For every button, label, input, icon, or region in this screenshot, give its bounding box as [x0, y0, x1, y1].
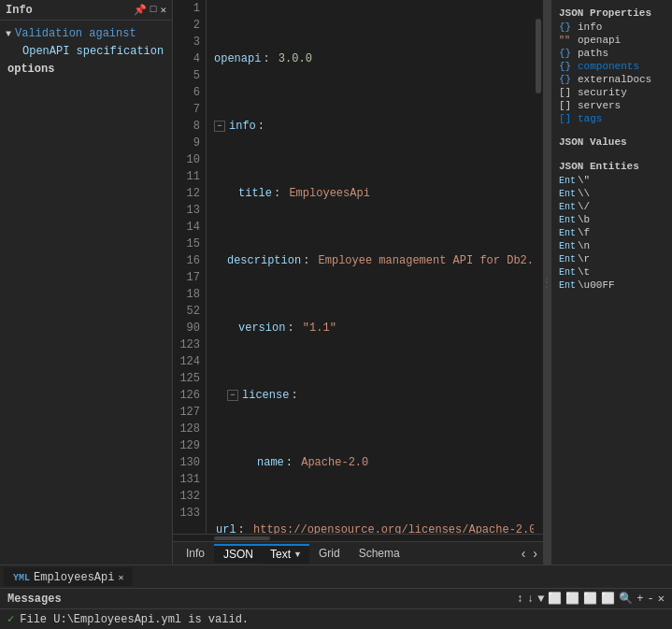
scrollbar-thumb[interactable] — [536, 19, 541, 93]
ent-n: \n — [578, 240, 590, 251]
line-num: 9 — [173, 135, 200, 151]
right-label-openapi: openapi — [578, 35, 621, 46]
right-icon-externaldocs: {} — [559, 74, 574, 85]
line-num: 90 — [173, 320, 200, 336]
file-tab-employees-api[interactable]: YML EmployeesApi ✕ — [4, 567, 133, 586]
clear-icon[interactable]: ✕ — [658, 592, 665, 606]
line-num: 12 — [173, 185, 200, 202]
tab-grid[interactable]: Grid — [309, 545, 350, 562]
right-item-security[interactable]: [] security — [551, 86, 672, 99]
code-token: openapi — [214, 50, 261, 67]
tab-info[interactable]: Info — [177, 545, 214, 562]
vertical-scrollbar[interactable] — [534, 0, 543, 534]
yml-badge: YML — [13, 573, 30, 583]
status-bar: ✓ File U:\EmployeesApi.yml is valid. — [0, 608, 672, 629]
right-entity-backslash[interactable]: Ent \\ — [551, 187, 672, 200]
tab-text[interactable]: Text ▼ — [263, 544, 309, 564]
line-num: 52 — [173, 303, 200, 320]
remove-icon[interactable]: - — [648, 593, 654, 606]
right-item-components[interactable]: {} components — [551, 60, 672, 73]
file-tab-close-icon[interactable]: ✕ — [118, 572, 123, 583]
status-check-icon: ✓ — [7, 612, 14, 626]
tab-text-chevron-icon: ▼ — [293, 550, 302, 559]
right-entity-t[interactable]: Ent \t — [551, 265, 672, 279]
right-label-components: components — [578, 61, 639, 72]
right-entity-r[interactable]: Ent \r — [551, 252, 672, 265]
fold-icon[interactable]: − — [214, 121, 225, 132]
link-icon[interactable]: ⬜ — [583, 592, 597, 606]
add-icon[interactable]: + — [636, 593, 643, 606]
ent-prefix-icon: Ent — [559, 176, 574, 186]
ent-unicode: \u00FF — [578, 279, 615, 291]
search-icon[interactable]: 🔍 — [619, 592, 633, 606]
expand-icon[interactable]: ▼ — [537, 593, 544, 606]
tab-text-label: Text — [270, 548, 291, 561]
right-entity-f[interactable]: Ent \f — [551, 226, 672, 239]
right-entity-slash[interactable]: Ent \/ — [551, 200, 672, 213]
right-item-tags[interactable]: [] tags — [551, 112, 672, 125]
line-num: 2 — [173, 17, 200, 34]
save-icon[interactable]: ⬜ — [565, 592, 579, 606]
right-label-tags: tags — [578, 113, 602, 124]
code-editor: 1 2 3 4 5 6 7 8 9 10 11 12 13 14 15 16 1… — [173, 0, 543, 565]
json-properties-title: JSON Properties — [551, 4, 672, 21]
tab-right-area: ‹ › — [520, 546, 539, 561]
left-panel-header: Info 📌 □ ✕ — [0, 0, 172, 21]
tab-schema[interactable]: Schema — [350, 545, 409, 562]
code-line-1: openapi: 3.0.0 — [214, 50, 534, 67]
ent-prefix-icon: Ent — [559, 241, 574, 251]
json-entities-title: JSON Entities — [551, 157, 672, 174]
right-icon-servers: [] — [559, 100, 574, 111]
right-item-openapi[interactable]: "" openapi — [551, 34, 672, 47]
tab-json[interactable]: JSON — [214, 544, 263, 563]
line-num: 16 — [173, 252, 200, 269]
validation-label: Validation against — [15, 27, 136, 40]
right-entity-quote[interactable]: Ent \" — [551, 174, 672, 187]
options-item[interactable]: options — [0, 60, 172, 79]
right-label-security: security — [578, 87, 627, 98]
collapse-all-icon[interactable]: ↕ — [517, 593, 523, 606]
messages-label: Messages — [7, 593, 62, 606]
line-num: 8 — [173, 118, 200, 135]
right-label-info: info — [578, 21, 602, 33]
right-item-paths[interactable]: {} paths — [551, 47, 672, 60]
ent-r: \r — [578, 253, 590, 264]
collapse-icon[interactable]: ↓ — [527, 593, 534, 606]
right-item-info[interactable]: {} info — [551, 21, 672, 34]
ent-prefix-icon: Ent — [559, 189, 574, 199]
filter-icon[interactable]: ⬜ — [601, 592, 615, 606]
file-tab-name: EmployeesApi — [34, 571, 114, 584]
line-num: 11 — [173, 168, 200, 185]
tab-prev-button[interactable]: ‹ — [520, 546, 528, 561]
code-lines[interactable]: openapi: 3.0.0 − info: title: EmployeesA… — [207, 0, 534, 534]
line-num: 14 — [173, 219, 200, 236]
openapi-specification-item[interactable]: OpenAPI specification — [0, 43, 172, 60]
panel-close-icon[interactable]: ✕ — [160, 4, 166, 16]
vertical-splitter[interactable]: ⋮ — [543, 0, 550, 565]
panel-new-icon[interactable]: □ — [150, 4, 157, 16]
right-icon-info: {} — [559, 21, 574, 33]
right-item-servers[interactable]: [] servers — [551, 99, 672, 112]
ent-f: \f — [578, 227, 590, 238]
validation-header[interactable]: ▼ Validation against — [0, 24, 172, 43]
horizontal-scrollbar-thumb[interactable] — [214, 536, 270, 540]
tab-next-button[interactable]: › — [531, 546, 539, 561]
right-item-externaldocs[interactable]: {} externalDocs — [551, 73, 672, 86]
right-icon-security: [] — [559, 87, 574, 98]
code-line-6: − license: — [214, 387, 534, 404]
right-entity-n[interactable]: Ent \n — [551, 239, 672, 252]
panel-pin-icon[interactable]: 📌 — [134, 4, 147, 16]
ent-prefix-icon: Ent — [559, 202, 574, 212]
line-num: 5 — [173, 67, 200, 84]
validation-arrow-icon: ▼ — [6, 29, 11, 39]
messages-bar: Messages ↕ ↓ ▼ ⬜ ⬜ ⬜ ⬜ 🔍 + - ✕ — [0, 588, 672, 608]
copy-icon[interactable]: ⬜ — [548, 592, 562, 606]
line-num: 10 — [173, 151, 200, 168]
line-num: 3 — [173, 34, 200, 50]
code-line-8: url: https://opensource.org/licenses/Apa… — [214, 522, 534, 534]
line-num: 124 — [173, 353, 200, 370]
file-tab-bar: YML EmployeesApi ✕ — [0, 565, 672, 588]
fold-icon[interactable]: − — [227, 390, 238, 401]
right-entity-b[interactable]: Ent \b — [551, 213, 672, 226]
right-entity-unicode[interactable]: Ent \u00FF — [551, 279, 672, 292]
